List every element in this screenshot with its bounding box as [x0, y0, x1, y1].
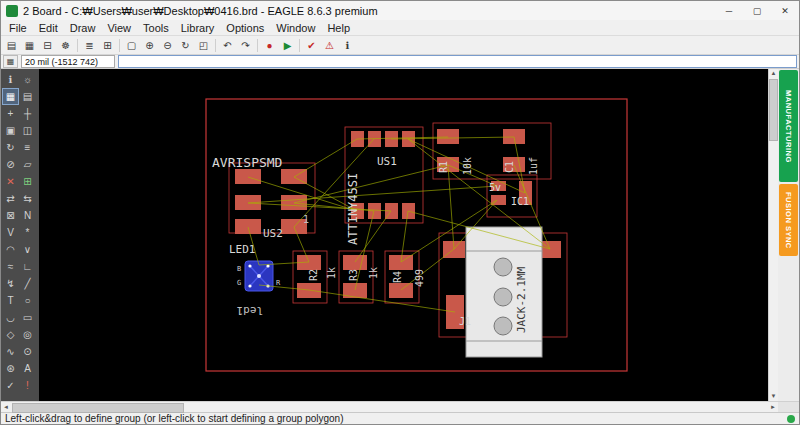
- vertical-scroll-thumb[interactable]: [769, 79, 778, 141]
- tool-group-icon[interactable]: ▦: [2, 88, 19, 105]
- label-us1: US1: [377, 155, 397, 168]
- window-title: 2 Board - C:₩Users₩user₩Desktop₩0416.brd…: [23, 5, 710, 17]
- save-icon[interactable]: ▦: [21, 37, 38, 53]
- tool-copy-icon[interactable]: ▣: [2, 122, 19, 139]
- tool-pinswap-icon[interactable]: ⇄: [2, 190, 19, 207]
- tool-rotate-icon[interactable]: ↻: [2, 139, 19, 156]
- tool-miter-icon[interactable]: ◠: [2, 241, 19, 258]
- fusion-sync-tab[interactable]: FUSION SYNC: [779, 184, 798, 256]
- tool-delete-icon[interactable]: ✕: [2, 173, 19, 190]
- layer-settings-icon[interactable]: ≣: [81, 37, 98, 53]
- label-r4: R4: [392, 271, 403, 283]
- tool-ratsnest-icon[interactable]: ⊛: [2, 360, 19, 377]
- help-info-icon[interactable]: ℹ: [339, 37, 356, 53]
- tool-route-icon[interactable]: ∟: [19, 258, 36, 275]
- label-r2: R2: [308, 269, 319, 281]
- jack-component[interactable]: [466, 227, 542, 357]
- tool-cut-icon[interactable]: ⊘: [2, 156, 19, 173]
- zoom-select-icon[interactable]: ◰: [195, 37, 212, 53]
- manufacturing-tab[interactable]: MANUFACTURING: [779, 70, 798, 182]
- tool-display-icon[interactable]: ▤: [19, 88, 36, 105]
- tool-show-icon[interactable]: ☼: [19, 71, 36, 88]
- scroll-down-icon[interactable]: ▼: [771, 392, 777, 401]
- menu-file[interactable]: File: [3, 22, 33, 34]
- redo-icon[interactable]: ↷: [237, 37, 254, 53]
- tool-polygon-icon[interactable]: ◇: [2, 326, 19, 343]
- label-us2: US2: [263, 227, 283, 240]
- tool-optimize-icon[interactable]: ≈: [2, 258, 19, 275]
- menu-tools[interactable]: Tools: [137, 22, 175, 34]
- tool-erc-icon[interactable]: !: [19, 377, 36, 394]
- close-button[interactable]: ✕: [771, 1, 799, 20]
- menu-edit[interactable]: Edit: [33, 22, 64, 34]
- zoom-in-icon[interactable]: ⊕: [141, 37, 158, 53]
- pcb-canvas[interactable]: AVRISPSMD US1 ATTINY45SI US2 1 R1 10k C1…: [39, 69, 768, 401]
- horizontal-scroll-thumb[interactable]: [12, 403, 184, 413]
- eagle-window: 2 Board - C:₩Users₩user₩Desktop₩0416.brd…: [0, 0, 800, 425]
- maximize-button[interactable]: ▢: [743, 1, 771, 20]
- label-led-b: B: [237, 265, 241, 273]
- scroll-up-icon[interactable]: ▲: [771, 69, 777, 78]
- tool-split-icon[interactable]: ∨: [19, 241, 36, 258]
- tool-change-icon[interactable]: ≡: [19, 139, 36, 156]
- tool-mark-icon[interactable]: ┼: [19, 105, 36, 122]
- zoom-fit-icon[interactable]: ▢: [123, 37, 140, 53]
- menu-options[interactable]: Options: [220, 22, 270, 34]
- tool-name-icon[interactable]: N: [19, 207, 36, 224]
- zoom-redraw-icon[interactable]: ↻: [177, 37, 194, 53]
- cam-icon[interactable]: ☸: [57, 37, 74, 53]
- run-drc-icon[interactable]: ✔: [303, 37, 320, 53]
- horizontal-scrollbar[interactable]: ◄ ►: [1, 401, 799, 412]
- command-input[interactable]: [118, 55, 797, 68]
- tool-smash-icon[interactable]: *: [19, 224, 36, 241]
- label-r1val: 10k: [462, 157, 473, 175]
- errors-icon[interactable]: ⚠: [321, 37, 338, 53]
- vertical-scrollbar[interactable]: ▲ ▼: [768, 69, 778, 401]
- stop-icon[interactable]: ●: [261, 37, 278, 53]
- tool-via-icon[interactable]: ◎: [19, 326, 36, 343]
- undo-icon[interactable]: ↶: [219, 37, 236, 53]
- online-status-icon: [787, 415, 795, 423]
- label-r4val: 499: [414, 269, 425, 287]
- go-icon[interactable]: ▶: [279, 37, 296, 53]
- scroll-left-icon[interactable]: ◄: [1, 402, 11, 412]
- grid-icon[interactable]: ⊞: [99, 37, 116, 53]
- menu-library[interactable]: Library: [175, 22, 221, 34]
- tool-value-icon[interactable]: V: [2, 224, 19, 241]
- menu-help[interactable]: Help: [321, 22, 356, 34]
- status-bar: Left-click&drag to define group (or left…: [1, 412, 799, 424]
- menu-window[interactable]: Window: [270, 22, 321, 34]
- title-bar: 2 Board - C:₩Users₩user₩Desktop₩0416.brd…: [1, 1, 799, 20]
- zoom-out-icon[interactable]: ⊖: [159, 37, 176, 53]
- tool-rect-icon[interactable]: ▭: [19, 309, 36, 326]
- menu-view[interactable]: View: [101, 22, 137, 34]
- tool-ripup-icon[interactable]: ↯: [2, 275, 19, 292]
- tool-paste-icon[interactable]: ▱: [19, 156, 36, 173]
- horizontal-scroll-track[interactable]: [11, 402, 768, 412]
- tool-replace-icon[interactable]: ⇆: [19, 190, 36, 207]
- tool-text-icon[interactable]: T: [2, 292, 19, 309]
- tool-add-icon[interactable]: ⊞: [19, 173, 36, 190]
- tool-mirror-icon[interactable]: ◫: [19, 122, 36, 139]
- tool-lock-icon[interactable]: ⊠: [2, 207, 19, 224]
- open-icon[interactable]: ▤: [3, 37, 20, 53]
- minimize-button[interactable]: ─: [715, 1, 743, 20]
- tool-move-icon[interactable]: +: [2, 105, 19, 122]
- tool-hole-icon[interactable]: ⊙: [19, 343, 36, 360]
- tool-palette: ℹ ☼ ▦ ▤ + ┼ ▣ ◫ ↻ ≡ ⊘ ▱ ✕ ⊞ ⇄ ⇆ ⊠ N V * …: [1, 69, 39, 401]
- scroll-right-icon[interactable]: ►: [768, 402, 778, 412]
- tool-circle-icon[interactable]: ○: [19, 292, 36, 309]
- print-icon[interactable]: ⊟: [39, 37, 56, 53]
- tool-info-icon[interactable]: ℹ: [2, 71, 19, 88]
- label-j1: J1: [459, 316, 471, 327]
- menu-draw[interactable]: Draw: [64, 22, 102, 34]
- grid-settings-icon[interactable]: ▦: [3, 55, 18, 68]
- tool-drc-icon[interactable]: ✓: [2, 377, 19, 394]
- led-component[interactable]: [245, 261, 273, 291]
- label-c1: C1: [504, 161, 515, 173]
- label-5v: 5v: [489, 182, 501, 193]
- tool-auto-icon[interactable]: A: [19, 360, 36, 377]
- tool-signal-icon[interactable]: ∿: [2, 343, 19, 360]
- tool-wire-icon[interactable]: ╱: [19, 275, 36, 292]
- tool-arc-icon[interactable]: ◡: [2, 309, 19, 326]
